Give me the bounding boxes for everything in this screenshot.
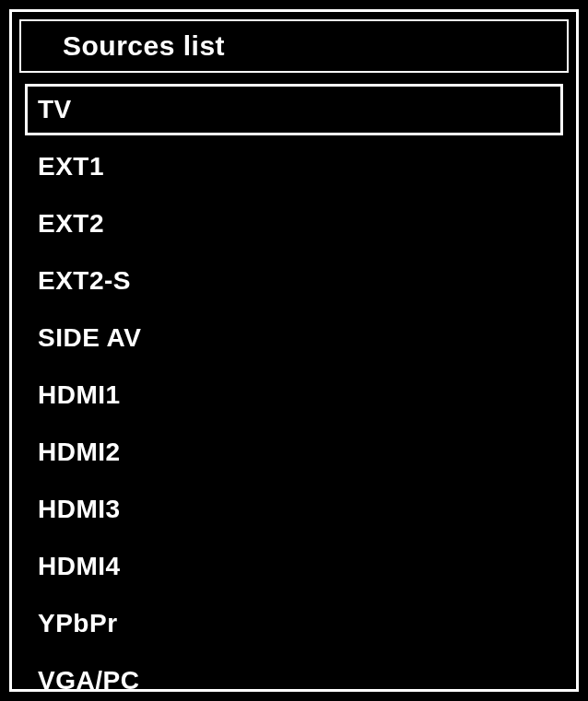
source-item-ext2-s[interactable]: EXT2-S xyxy=(25,255,563,307)
source-item-ypbpr[interactable]: YPbPr xyxy=(25,598,563,649)
menu-title: Sources list xyxy=(63,30,548,62)
title-bar: Sources list xyxy=(19,19,569,73)
sources-list: TV EXT1 EXT2 EXT2-S SIDE AV HDMI1 HDMI2 … xyxy=(19,84,569,701)
source-item-tv[interactable]: TV xyxy=(25,84,563,135)
source-item-ext2[interactable]: EXT2 xyxy=(25,198,563,250)
source-item-hdmi3[interactable]: HDMI3 xyxy=(25,484,563,535)
source-item-vga-pc[interactable]: VGA/PC xyxy=(25,655,563,701)
source-item-side-av[interactable]: SIDE AV xyxy=(25,312,563,364)
sources-menu-frame: Sources list TV EXT1 EXT2 EXT2-S SIDE AV… xyxy=(9,9,579,692)
source-item-ext1[interactable]: EXT1 xyxy=(25,141,563,193)
source-item-hdmi1[interactable]: HDMI1 xyxy=(25,369,563,421)
source-item-hdmi4[interactable]: HDMI4 xyxy=(25,541,563,592)
source-item-hdmi2[interactable]: HDMI2 xyxy=(25,426,563,478)
